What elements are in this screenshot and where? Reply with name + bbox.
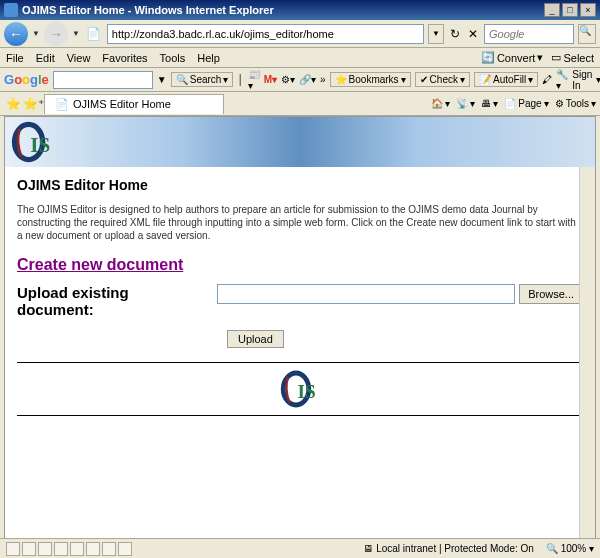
back-dropdown-icon[interactable]: ▼ (32, 29, 40, 38)
favorites-star-icon[interactable]: ⭐ (4, 95, 22, 113)
page-description: The OJIMS Editor is designed to help aut… (17, 203, 583, 242)
zoom-level[interactable]: 🔍 100% ▾ (546, 543, 594, 554)
google-search-dropdown-icon[interactable]: ▼ (157, 74, 167, 85)
stop-icon[interactable]: ✕ (468, 27, 478, 41)
google-logo: Google (4, 72, 49, 87)
news-icon[interactable]: 📰▾ (248, 69, 260, 91)
minimize-button[interactable]: _ (544, 3, 560, 17)
browse-button[interactable]: Browse... (519, 284, 583, 304)
highlight-icon[interactable]: 🖍 (542, 74, 552, 85)
page-icon: 📄 (504, 98, 516, 109)
security-zone: 🖥 Local intranet | Protected Mode: On (363, 543, 533, 554)
page-menu-button[interactable]: 📄Page▾ (504, 98, 548, 109)
create-document-link[interactable]: Create new document (17, 256, 583, 274)
google-toolbar: Google ▼ 🔍Search▾ │ 📰▾ M▾ ⚙▾ 🔗▾ » ⭐Bookm… (0, 68, 600, 92)
menu-view[interactable]: View (67, 52, 91, 64)
signin-button[interactable]: Sign In (572, 69, 592, 91)
tools-icon: ⚙ (555, 98, 564, 109)
status-segments (6, 542, 132, 556)
mail-icon[interactable]: M▾ (264, 74, 277, 85)
menu-bar: File Edit View Favorites Tools Help 🔄Con… (0, 48, 600, 68)
google-search-input[interactable] (53, 71, 153, 89)
ojims-logo: IS (11, 120, 55, 164)
add-favorites-icon[interactable]: ⭐⁺ (24, 95, 42, 113)
window-titlebar: OJIMS Editor Home - Windows Internet Exp… (0, 0, 600, 20)
more-icon[interactable]: » (320, 74, 326, 85)
google-search-button[interactable]: 🔍Search▾ (171, 72, 234, 87)
tab-ojims-editor[interactable]: 📄 OJIMS Editor Home (44, 94, 224, 114)
page-icon: 📄 (86, 27, 101, 41)
window-title: OJIMS Editor Home - Windows Internet Exp… (22, 4, 544, 16)
print-icon: 🖶 (481, 98, 491, 109)
tab-toolbar: ⭐ ⭐⁺ 📄 OJIMS Editor Home 🏠▾ 📡▾ 🖶▾ 📄Page▾… (0, 92, 600, 116)
autofill-icon: 📝 (479, 74, 491, 85)
menu-tools[interactable]: Tools (160, 52, 186, 64)
tab-page-icon: 📄 (55, 98, 69, 111)
wrench-icon[interactable]: 🔧▾ (556, 69, 568, 91)
star-icon: ⭐ (335, 74, 347, 85)
toolbar-sep: │ (237, 74, 243, 85)
address-dropdown[interactable]: ▼ (428, 24, 444, 44)
zoom-icon: 🔍 (546, 543, 558, 554)
status-bar: 🖥 Local intranet | Protected Mode: On 🔍 … (0, 538, 600, 558)
banner: IS (5, 117, 595, 167)
print-button[interactable]: 🖶▾ (481, 98, 498, 109)
forward-dropdown-icon[interactable]: ▼ (72, 29, 80, 38)
gear-icon[interactable]: ⚙▾ (281, 74, 295, 85)
select-button[interactable]: ▭Select (551, 51, 594, 64)
upload-button[interactable]: Upload (227, 330, 284, 348)
address-input[interactable] (107, 24, 424, 44)
check-button[interactable]: ✔Check▾ (415, 72, 470, 87)
menu-edit[interactable]: Edit (36, 52, 55, 64)
ie-icon (4, 3, 18, 17)
select-icon: ▭ (551, 51, 561, 64)
home-button[interactable]: 🏠▾ (431, 98, 450, 109)
file-input[interactable] (217, 284, 515, 304)
feeds-button[interactable]: 📡▾ (456, 98, 475, 109)
tab-label: OJIMS Editor Home (73, 98, 171, 110)
browser-search-button[interactable]: 🔍 (578, 24, 596, 44)
rss-icon: 📡 (456, 98, 468, 109)
check-icon: ✔ (420, 74, 428, 85)
autofill-button[interactable]: 📝AutoFill▾ (474, 72, 538, 87)
convert-icon: 🔄 (481, 51, 495, 64)
refresh-icon[interactable]: ↻ (450, 27, 460, 41)
close-button[interactable]: × (580, 3, 596, 17)
svg-text:IS: IS (30, 133, 50, 157)
intranet-icon: 🖥 (363, 543, 373, 554)
footer-logo-container: IS (17, 363, 583, 415)
forward-button: → (44, 22, 68, 46)
convert-button[interactable]: 🔄Convert▾ (481, 51, 544, 64)
page-title: OJIMS Editor Home (17, 177, 583, 193)
menu-file[interactable]: File (6, 52, 24, 64)
menu-favorites[interactable]: Favorites (102, 52, 147, 64)
page-content: IS OJIMS Editor Home The OJIMS Editor is… (4, 116, 596, 554)
navigation-toolbar: ← ▼ → ▼ 📄 ▼ ↻ ✕ 🔍 (0, 20, 600, 48)
ojims-footer-logo: IS (275, 369, 325, 409)
upload-label: Upload existing document: (17, 284, 197, 318)
menu-help[interactable]: Help (197, 52, 220, 64)
search-icon: 🔍 (176, 74, 188, 85)
home-icon: 🏠 (431, 98, 443, 109)
tools-menu-button[interactable]: ⚙Tools▾ (555, 98, 596, 109)
share-icon[interactable]: 🔗▾ (299, 74, 316, 85)
divider (17, 415, 583, 416)
bookmarks-button[interactable]: ⭐Bookmarks▾ (330, 72, 411, 87)
vertical-scrollbar[interactable] (579, 117, 595, 553)
browser-search-input[interactable] (484, 24, 574, 44)
svg-text:IS: IS (298, 381, 316, 402)
maximize-button[interactable]: □ (562, 3, 578, 17)
back-button[interactable]: ← (4, 22, 28, 46)
